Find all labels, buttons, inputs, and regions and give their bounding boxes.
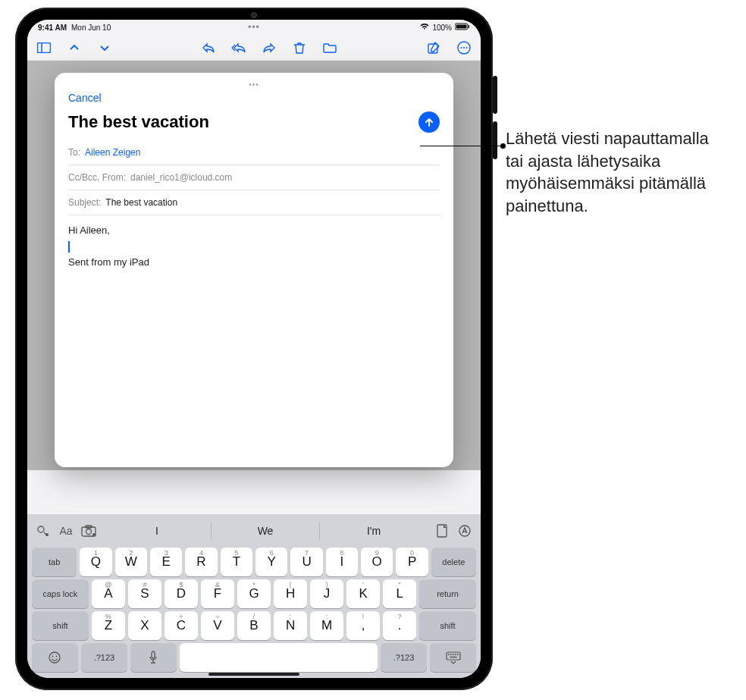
key-punct[interactable]: ?. — [383, 611, 416, 640]
key-g[interactable]: *G — [237, 579, 271, 608]
reply-all-icon[interactable] — [231, 40, 246, 55]
svg-rect-21 — [152, 651, 155, 658]
key-m[interactable]: :M — [310, 611, 343, 640]
key-main-label: A — [104, 586, 112, 601]
sidebar-toggle-icon[interactable] — [36, 40, 52, 55]
suggestion-1[interactable]: I — [103, 522, 211, 540]
emoji-key[interactable] — [32, 643, 78, 672]
tab-key[interactable]: tab — [32, 548, 77, 576]
shift-left-key[interactable]: shift — [32, 611, 89, 640]
text-replace-icon[interactable] — [35, 523, 52, 539]
svg-point-7 — [461, 47, 462, 49]
key-h[interactable]: (H — [274, 579, 307, 608]
multitask-dots-icon[interactable]: ••• — [248, 22, 260, 33]
key-a[interactable]: @A — [92, 579, 125, 608]
key-punct[interactable]: !, — [346, 611, 380, 640]
ipad-screen: 9:41 AM Mon Jun 10 ••• 100% — [27, 20, 481, 678]
key-p[interactable]: 0P — [396, 548, 428, 576]
key-alt-label: @ — [105, 581, 111, 589]
key-w[interactable]: 2W — [115, 548, 147, 576]
hide-keyboard-key[interactable] — [430, 643, 476, 672]
forward-icon[interactable] — [262, 40, 277, 55]
shift-right-key[interactable]: shift — [419, 611, 476, 640]
cc-bcc-from-field[interactable]: Cc/Bcc, From: daniel_rico1@icloud.com — [68, 165, 440, 190]
numsym-left-key[interactable]: .?123 — [81, 643, 127, 672]
key-alt-label: 7 — [305, 549, 309, 557]
key-alt-label: # — [143, 581, 146, 589]
format-text-icon[interactable]: Aa — [58, 523, 74, 539]
dictation-key[interactable] — [130, 643, 177, 672]
key-v[interactable]: =V — [201, 611, 234, 640]
more-icon[interactable] — [456, 40, 472, 55]
volume-up-button[interactable] — [493, 76, 497, 114]
key-r[interactable]: 4R — [185, 548, 217, 576]
subject-field[interactable]: Subject: The best vacation — [68, 190, 440, 215]
cancel-button[interactable]: Cancel — [68, 92, 102, 104]
markup-icon[interactable] — [456, 523, 473, 539]
svg-rect-22 — [447, 652, 460, 660]
key-b[interactable]: /B — [237, 611, 271, 640]
reply-icon[interactable] — [201, 40, 216, 55]
key-o[interactable]: 9O — [361, 548, 393, 576]
key-alt-label: * — [252, 581, 255, 589]
numsym-right-key[interactable]: .?123 — [381, 643, 427, 672]
key-main-label: N — [286, 618, 295, 633]
key-main-label: O — [372, 554, 382, 570]
svg-rect-1 — [456, 25, 467, 29]
folder-icon[interactable] — [322, 40, 337, 55]
arrow-up-icon — [423, 116, 435, 128]
key-alt-label: 4 — [199, 549, 203, 557]
svg-rect-2 — [469, 25, 470, 28]
key-alt-label: % — [105, 613, 111, 620]
home-indicator[interactable] — [208, 673, 299, 676]
to-field[interactable]: To: Aileen Zeigen — [68, 140, 440, 165]
key-q[interactable]: 1Q — [80, 548, 111, 576]
key-main-label: F — [214, 586, 221, 601]
key-e[interactable]: 3E — [150, 548, 182, 576]
key-c[interactable]: +C — [165, 611, 198, 640]
key-z[interactable]: %Z — [92, 611, 125, 640]
key-x[interactable]: -X — [128, 611, 161, 640]
spacebar-key[interactable] — [180, 643, 378, 672]
key-y[interactable]: 6Y — [255, 548, 287, 576]
key-t[interactable]: 5T — [221, 548, 252, 576]
key-main-label: E — [161, 554, 170, 570]
key-alt-label: 9 — [375, 549, 379, 557]
svg-point-19 — [52, 656, 54, 658]
key-main-label: U — [302, 554, 311, 570]
key-n[interactable]: ;N — [274, 611, 307, 640]
compose-title: The best vacation — [68, 112, 209, 132]
email-body[interactable]: Hi Aileen, Sent from my iPad — [68, 215, 440, 460]
compose-icon[interactable] — [426, 40, 441, 55]
chevron-down-icon[interactable] — [97, 40, 112, 55]
key-main-label: . — [398, 618, 402, 633]
volume-down-button[interactable] — [493, 121, 497, 159]
scan-document-icon[interactable] — [434, 523, 450, 539]
key-i[interactable]: 8I — [326, 548, 358, 576]
return-key[interactable]: return — [419, 579, 476, 608]
delete-key[interactable]: delete — [431, 548, 476, 576]
suggestion-2[interactable]: We — [211, 522, 319, 540]
key-d[interactable]: $D — [165, 579, 198, 608]
suggestion-3[interactable]: I'm — [319, 522, 428, 540]
key-l[interactable]: "L — [383, 579, 416, 608]
key-main-label: Y — [268, 554, 276, 570]
capslock-key[interactable]: caps lock — [32, 579, 89, 608]
body-greeting: Hi Aileen, — [68, 223, 440, 239]
key-main-label: T — [233, 554, 240, 570]
key-j[interactable]: )J — [310, 579, 343, 608]
trash-icon[interactable] — [292, 40, 307, 55]
key-alt-label: - — [143, 613, 146, 620]
callout-text: Lähetä viesti napauttamalla tai ajasta l… — [506, 127, 726, 218]
send-button[interactable] — [418, 111, 440, 133]
key-u[interactable]: 7U — [290, 548, 322, 576]
key-k[interactable]: 'K — [346, 579, 380, 608]
svg-point-10 — [38, 526, 44, 532]
key-f[interactable]: &F — [201, 579, 234, 608]
chevron-up-icon[interactable] — [67, 40, 82, 55]
subject-value: The best vacation — [105, 197, 177, 208]
svg-point-8 — [463, 47, 465, 49]
sheet-grabber-icon[interactable]: ••• — [249, 80, 259, 89]
key-s[interactable]: #S — [128, 579, 161, 608]
camera-icon[interactable] — [80, 523, 97, 539]
